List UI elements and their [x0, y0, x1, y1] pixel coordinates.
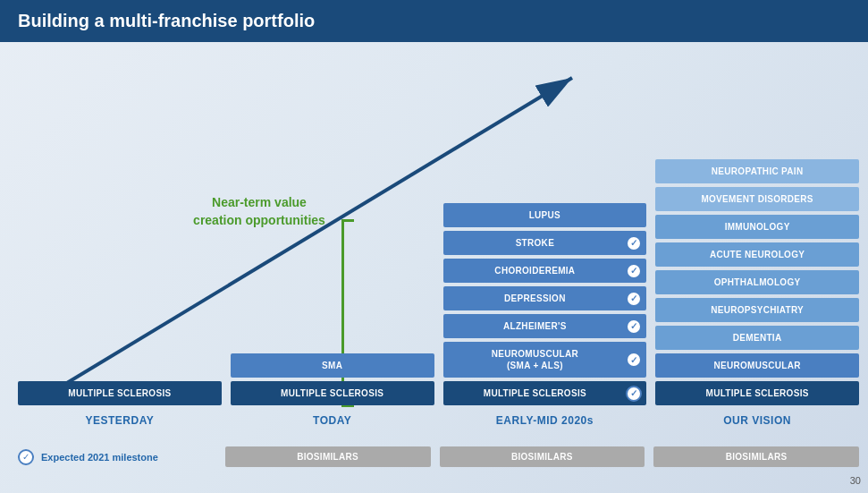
page-number: 30: [850, 475, 861, 486]
box-neuromuscular-v: NEUROMUSCULAR: [655, 353, 859, 378]
box-text: SMA: [322, 361, 342, 370]
box-text: MOVEMENT DISORDERS: [701, 194, 813, 204]
box-text: OPHTHALMOLOGY: [714, 277, 801, 287]
box-lupus: LUPUS: [443, 203, 647, 227]
footer-biosimilars-em: BIOSIMILARS: [440, 446, 645, 467]
footer-biosimilars-vision: BIOSIMILARS: [653, 446, 859, 467]
footer-biosimilars-today: BIOSIMILARS: [225, 446, 431, 467]
box-text: IMMUNOLOGY: [725, 222, 790, 232]
column-today: SMA MULTIPLE SCLEROSIS TODAY: [231, 350, 434, 427]
box-text: MULTIPLE SCLEROSIS: [281, 388, 383, 398]
box-neuropathic: NEUROPATHIC PAIN: [655, 159, 859, 183]
column-our-vision: NEUROPATHIC PAIN MOVEMENT DISORDERS IMMU…: [655, 159, 859, 427]
box-ms-vision: MULTIPLE SCLEROSIS: [655, 381, 859, 405]
column-early-mid: LUPUS STROKE ✓ CHOROIDEREMIA ✓ DEPRESSIO…: [443, 203, 647, 427]
box-stroke: STROKE ✓: [443, 231, 647, 255]
col-label-today: TODAY: [313, 414, 351, 427]
box-text: NEUROMUSCULAR: [714, 361, 801, 370]
box-acute-neurology: ACUTE NEUROLOGY: [655, 242, 859, 267]
check-choroideremia: ✓: [626, 263, 642, 279]
column-yesterday: MULTIPLE SCLEROSIS YESTERDAY: [18, 378, 222, 427]
box-choroideremia: CHOROIDEREMIA ✓: [443, 259, 647, 283]
col-label-early-mid: EARLY-MID 2020s: [496, 414, 594, 427]
box-dementia: DEMENTIA: [655, 326, 859, 350]
box-text: NEUROPSYCHIATRY: [711, 305, 804, 315]
box-text: LUPUS: [529, 210, 560, 220]
col-label-yesterday: YESTERDAY: [86, 414, 155, 427]
check-ms-em: ✓: [626, 386, 642, 402]
footer-check-icon: ✓: [18, 449, 34, 465]
box-text: MULTIPLE SCLEROSIS: [484, 388, 586, 398]
columns-container: MULTIPLE SCLEROSIS YESTERDAY SMA MULTIPL…: [18, 159, 859, 427]
box-depression: DEPRESSION ✓: [443, 286, 647, 310]
box-sma-today: SMA: [231, 353, 434, 378]
box-text: ACUTE NEUROLOGY: [710, 250, 805, 259]
header-title: Building a multi-franchise portfolio: [18, 11, 315, 30]
box-text: NEUROPATHIC PAIN: [712, 166, 804, 176]
box-text: MULTIPLE SCLEROSIS: [706, 388, 809, 398]
box-neuromuscular-em: NEUROMUSCULAR(SMA + ALS) ✓: [443, 342, 647, 378]
footer-milestone-text: Expected 2021 milestone: [41, 452, 158, 463]
box-ms-today: MULTIPLE SCLEROSIS: [231, 381, 434, 405]
slide-header: Building a multi-franchise portfolio: [0, 0, 868, 42]
check-neuromuscular-em: ✓: [626, 352, 642, 368]
box-text: CHOROIDEREMIA: [494, 266, 575, 276]
box-movement: MOVEMENT DISORDERS: [655, 187, 859, 211]
box-text: DEPRESSION: [504, 293, 566, 303]
box-immunology: IMMUNOLOGY: [655, 215, 859, 239]
box-ms-yesterday: MULTIPLE SCLEROSIS: [18, 381, 222, 405]
box-text: STROKE: [516, 238, 554, 248]
check-alzheimers: ✓: [626, 319, 642, 335]
box-ophthalmology: OPHTHALMOLOGY: [655, 270, 859, 294]
main-area: Near-term value creation opportunities M…: [0, 42, 868, 472]
check-depression: ✓: [626, 291, 642, 307]
col-label-vision: OUR VISION: [723, 414, 791, 427]
box-neuropsychiatry: NEUROPSYCHIATRY: [655, 298, 859, 322]
footer-milestone-area: ✓ Expected 2021 milestone: [18, 449, 216, 465]
box-alzheimers: ALZHEIMER'S ✓: [443, 314, 647, 338]
box-text: ALZHEIMER'S: [503, 321, 567, 331]
box-text: MULTIPLE SCLEROSIS: [68, 388, 171, 398]
footer-row: ✓ Expected 2021 milestone BIOSIMILARS BI…: [18, 446, 859, 467]
box-ms-em: MULTIPLE SCLEROSIS ✓: [443, 381, 647, 405]
check-stroke: ✓: [626, 235, 642, 251]
box-text: DEMENTIA: [733, 333, 782, 343]
slide: Building a multi-franchise portfolio Nea…: [0, 0, 868, 493]
